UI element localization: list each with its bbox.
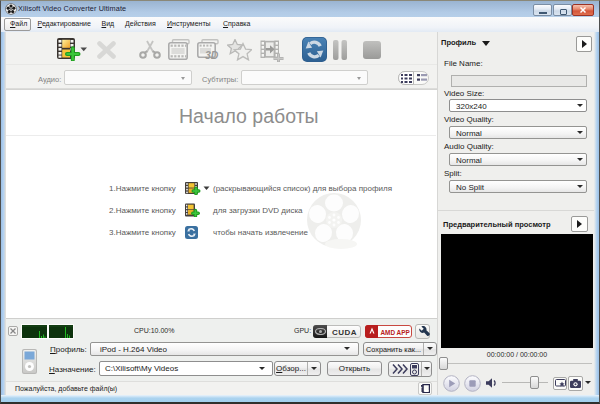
svg-text:3D: 3D (205, 49, 219, 61)
